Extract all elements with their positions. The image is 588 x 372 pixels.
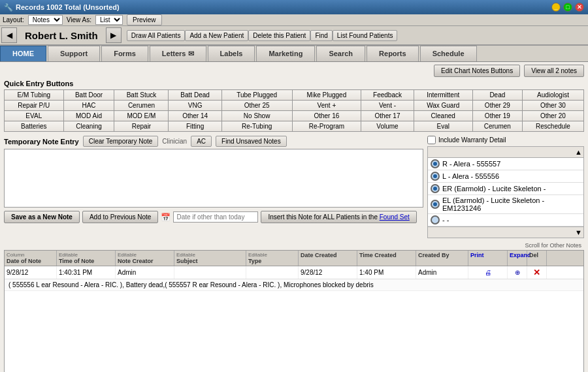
tab-labels[interactable]: Labels bbox=[208, 46, 255, 61]
quick-entry-cell-1-3[interactable]: VNG bbox=[169, 101, 221, 111]
print-icon[interactable]: 🖨 bbox=[485, 269, 491, 276]
quick-entry-cell-0-6[interactable]: Feedback bbox=[361, 90, 414, 101]
quick-entry-cell-1-4[interactable]: Other 25 bbox=[221, 101, 292, 111]
list-found-patients-button[interactable]: List Found Patients bbox=[333, 30, 398, 41]
tab-reports[interactable]: Reports bbox=[367, 46, 419, 61]
found-set-link[interactable]: Found Set bbox=[380, 213, 410, 221]
quick-entry-cell-1-8[interactable]: Other 29 bbox=[472, 101, 522, 111]
device-radio-l-alera[interactable] bbox=[431, 172, 440, 181]
tab-support[interactable]: Support bbox=[48, 46, 100, 61]
device-radio-r-alera[interactable] bbox=[431, 159, 440, 168]
next-patient-button[interactable]: ▶ bbox=[106, 27, 122, 43]
title-count: 1002 Total (Unsorted) bbox=[46, 3, 120, 11]
quick-entry-cell-1-1[interactable]: HAC bbox=[63, 101, 114, 111]
quick-entry-cell-0-7[interactable]: Intermittent bbox=[414, 90, 472, 101]
find-button[interactable]: Find bbox=[310, 30, 332, 41]
device-item-er-earmold[interactable]: ER (Earmold) - Lucite Skeleton - bbox=[428, 183, 583, 195]
minimize-button[interactable]: _ bbox=[551, 3, 561, 12]
quick-entry-cell-0-4[interactable]: Tube Plugged bbox=[221, 90, 292, 101]
date-other-field[interactable] bbox=[173, 211, 258, 223]
quick-entry-cell-3-0[interactable]: Batteries bbox=[5, 121, 64, 132]
quick-entry-cell-3-1[interactable]: Cleaning bbox=[63, 121, 114, 132]
device-radio-el-earmold[interactable] bbox=[431, 200, 440, 209]
tab-letters[interactable]: Letters ✉ bbox=[150, 46, 206, 61]
tab-schedule[interactable]: Schedule bbox=[420, 46, 477, 61]
layout-select[interactable]: Notes bbox=[28, 15, 63, 25]
note-textarea[interactable] bbox=[4, 149, 423, 208]
cell-expand[interactable]: ⊕ bbox=[508, 266, 527, 279]
delete-patient-button[interactable]: Delete this Patient bbox=[248, 30, 310, 41]
scroll-down-icon[interactable]: ▼ bbox=[575, 228, 582, 236]
quick-entry-cell-1-5[interactable]: Vent + bbox=[292, 101, 361, 111]
add-previous-note-button[interactable]: Add to Previous Note bbox=[82, 211, 159, 223]
edit-chart-notes-button[interactable]: Edit Chart Notes Buttons bbox=[434, 65, 520, 77]
quick-entry-cell-3-5[interactable]: Re-Program bbox=[292, 121, 361, 132]
quick-entry-cell-2-3[interactable]: Other 14 bbox=[169, 111, 221, 121]
col-creator-label: Note Creator bbox=[118, 258, 172, 264]
quick-entry-cell-0-9[interactable]: Audiologist bbox=[522, 90, 583, 101]
quick-entry-cell-0-1[interactable]: Batt Door bbox=[63, 90, 114, 101]
quick-entry-cell-3-4[interactable]: Re-Tubing bbox=[221, 121, 292, 132]
quick-entry-cell-2-7[interactable]: Cleaned bbox=[414, 111, 472, 121]
device-item-l-alera[interactable]: L - Alera - 555556 bbox=[428, 170, 583, 183]
col-date-editable: Column bbox=[7, 252, 54, 258]
maximize-button[interactable]: □ bbox=[563, 3, 572, 12]
tab-forms[interactable]: Forms bbox=[101, 46, 148, 61]
quick-entry-cell-0-5[interactable]: Mike Plugged bbox=[292, 90, 361, 101]
quick-entry-cell-0-3[interactable]: Batt Dead bbox=[169, 90, 221, 101]
quick-entry-cell-2-9[interactable]: Other 20 bbox=[522, 111, 583, 121]
quick-entry-cell-3-8[interactable]: Cerumen bbox=[472, 121, 522, 132]
cell-delete[interactable]: ✕ bbox=[527, 266, 547, 279]
add-new-patient-button[interactable]: Add a New Patient bbox=[185, 30, 248, 41]
tab-search[interactable]: Search bbox=[316, 46, 365, 61]
device-item-r-alera[interactable]: R - Alera - 555557 bbox=[428, 158, 583, 170]
quick-entry-cell-1-7[interactable]: Wax Guard bbox=[414, 101, 472, 111]
quick-entry-cell-2-2[interactable]: MOD E/M bbox=[114, 111, 169, 121]
save-new-note-button[interactable]: Save as a New Note bbox=[4, 211, 80, 223]
device-item-el-earmold[interactable]: EL (Earmold) - Lucite Skeleton - EM12312… bbox=[428, 195, 583, 214]
col-time-label: Time of Note bbox=[59, 258, 113, 264]
device-item-none[interactable]: - - bbox=[428, 214, 583, 226]
clear-temporary-note-button[interactable]: Clear Temporary Note bbox=[83, 136, 159, 147]
quick-entry-cell-2-4[interactable]: No Show bbox=[221, 111, 292, 121]
preview-button[interactable]: Preview bbox=[127, 14, 162, 25]
quick-entry-cell-0-8[interactable]: Dead bbox=[472, 90, 522, 101]
quick-entry-cell-0-0[interactable]: E/M Tubing bbox=[5, 90, 64, 101]
find-unsaved-button[interactable]: Find Unsaved Notes bbox=[216, 136, 287, 147]
quick-entry-cell-3-9[interactable]: Reschedule bbox=[522, 121, 583, 132]
device-dropdown-header: ▲ bbox=[428, 147, 583, 158]
delete-icon[interactable]: ✕ bbox=[533, 268, 540, 277]
quick-entry-cell-1-2[interactable]: Cerumen bbox=[114, 101, 169, 111]
expand-icon[interactable]: ⊕ bbox=[515, 269, 520, 276]
quick-entry-cell-2-0[interactable]: EVAL bbox=[5, 111, 64, 121]
tab-marketing[interactable]: Marketing bbox=[256, 46, 315, 61]
warranty-checkbox[interactable] bbox=[427, 136, 436, 144]
quick-entry-cell-1-6[interactable]: Vent - bbox=[361, 101, 414, 111]
close-button[interactable]: ✕ bbox=[575, 3, 584, 12]
scroll-up-icon[interactable]: ▲ bbox=[575, 148, 582, 156]
insert-note-button[interactable]: Insert this Note for ALL Patients in the… bbox=[261, 211, 416, 223]
quick-entry-cell-0-2[interactable]: Batt Stuck bbox=[114, 90, 169, 101]
view-as-select[interactable]: List bbox=[95, 15, 123, 25]
quick-entry-cell-3-7[interactable]: Eval bbox=[414, 121, 472, 132]
view-all-notes-button[interactable]: View all 2 notes bbox=[524, 65, 584, 77]
draw-all-patients-button[interactable]: Draw All Patients bbox=[127, 30, 186, 41]
quick-entry-section: Quick Entry Buttons E/M TubingBatt DoorB… bbox=[4, 80, 584, 132]
quick-entry-cell-3-3[interactable]: Fitting bbox=[169, 121, 221, 132]
quick-entry-cell-2-6[interactable]: Other 17 bbox=[361, 111, 414, 121]
quick-entry-cell-2-8[interactable]: Other 19 bbox=[472, 111, 522, 121]
quick-entry-cell-1-9[interactable]: Other 30 bbox=[522, 101, 583, 111]
prev-patient-button[interactable]: ◀ bbox=[1, 27, 17, 43]
tab-home[interactable]: HOME bbox=[0, 46, 46, 61]
device-radio-er-earmold[interactable] bbox=[431, 184, 440, 193]
cell-print[interactable]: 🖨 bbox=[468, 266, 508, 279]
quick-entry-cell-1-0[interactable]: Repair P/U bbox=[5, 101, 64, 111]
quick-entry-cell-2-5[interactable]: Other 16 bbox=[292, 111, 361, 121]
ac-button[interactable]: AC bbox=[191, 136, 212, 147]
device-radio-none[interactable] bbox=[431, 215, 440, 225]
quick-entry-cell-3-2[interactable]: Repair bbox=[114, 121, 169, 132]
col-creator-editable: Editable bbox=[118, 252, 172, 258]
patient-name: Robert L. Smith bbox=[18, 30, 105, 41]
quick-entry-cell-2-1[interactable]: MOD Aid bbox=[63, 111, 114, 121]
quick-entry-cell-3-6[interactable]: Volume bbox=[361, 121, 414, 132]
